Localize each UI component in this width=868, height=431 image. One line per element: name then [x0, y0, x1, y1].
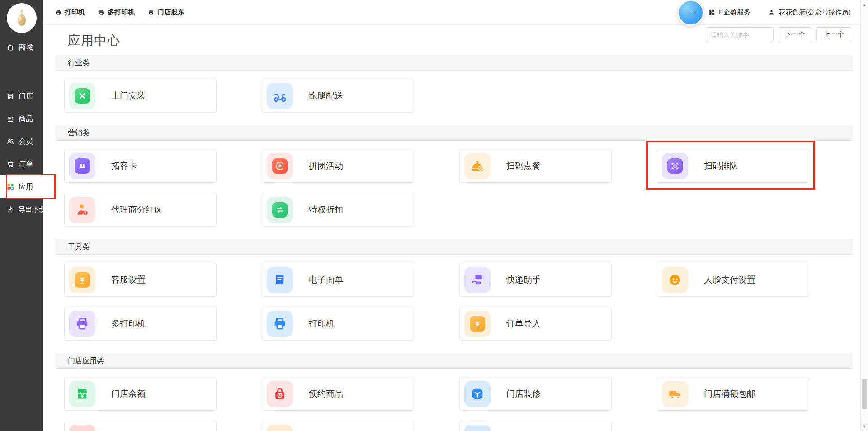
app-card-订单导入[interactable]: ¥订单导入	[459, 307, 612, 341]
app-card-客服设置[interactable]: ¥客服设置	[64, 263, 217, 297]
app-card-跑腿配送[interactable]: 跑腿配送	[262, 79, 414, 113]
app-card-扫码排队[interactable]: 扫码排队	[657, 149, 809, 183]
app-card-拓客卡[interactable]: 拓客卡	[64, 149, 217, 183]
person-badge-icon: ¥	[74, 202, 90, 218]
sidebar-item-label: 订单	[19, 160, 33, 169]
next-button[interactable]: 下一个	[778, 27, 812, 42]
account-label: 花花食府(公众号操作员)	[778, 8, 851, 17]
sidebar-item-home[interactable]: 商城	[0, 38, 43, 57]
app-icon-tile	[464, 425, 491, 431]
app-card-特权折扣[interactable]: 特权折扣	[262, 193, 414, 227]
app-card-门店满额包邮[interactable]: 门店满额包邮	[657, 377, 809, 411]
arrow-square-icon	[275, 161, 285, 171]
app-label: 多打印机	[111, 318, 146, 330]
keyword-search-input[interactable]	[706, 27, 774, 42]
app-icon-glyph	[667, 272, 683, 288]
download-icon	[6, 205, 15, 214]
prev-button[interactable]: 上一个	[816, 27, 851, 42]
app-card-门店余额[interactable]: ¥门店余额	[64, 377, 217, 411]
scooter-icon	[272, 88, 288, 104]
storefront-icon	[6, 92, 15, 101]
app-icon-tile: ¥	[69, 197, 95, 223]
app-icon-box	[75, 158, 90, 174]
svg-text:¥: ¥	[475, 320, 480, 327]
app-card-门店装修[interactable]: 门店装修	[459, 377, 612, 411]
main-content: 应用中心 下一个 上一个 行业类上门安装跑腿配送营销类拓客卡拼团活动扫码点餐扫码…	[43, 25, 860, 431]
app-card-电子面单[interactable]: 电子面单	[262, 263, 414, 297]
storefront-fill-icon: ¥	[74, 386, 90, 402]
sidebar-item-label: 商城	[19, 43, 33, 52]
topbar-link-label: 多打印机	[108, 8, 135, 17]
sidebar-item-商品[interactable]: 商品	[0, 108, 43, 130]
topbar-link-门店股东[interactable]: 门店股东	[147, 8, 184, 17]
service-menu-button[interactable]: E企盈服务	[708, 8, 750, 17]
sidebar-item-门店[interactable]: 门店	[0, 85, 43, 108]
people-card-icon	[77, 161, 87, 171]
section-header-营销类: 营销类	[55, 125, 853, 141]
scrollbar-thumb[interactable]	[862, 379, 867, 409]
app-label: 快递助手	[506, 274, 541, 286]
app-card-上门安装[interactable]: 上门安装	[64, 79, 217, 113]
app-card-partial[interactable]	[459, 421, 612, 431]
scrollbar-up-arrow-icon[interactable]: ▲	[861, 1, 868, 9]
receipt-icon	[272, 272, 288, 288]
app-card-代理商分红tx[interactable]: ¥代理商分红tx	[64, 193, 217, 227]
app-card-partial[interactable]	[64, 421, 217, 431]
app-card-扫码点餐[interactable]: 扫码点餐	[459, 149, 612, 183]
yen-icon: ¥	[77, 275, 87, 285]
sidebar-item-应用[interactable]: 应用	[0, 175, 47, 198]
app-icon-tile	[267, 153, 293, 179]
app-icon-tile	[69, 83, 95, 109]
sidebar-item-导出下载[interactable]: 导出下载	[0, 198, 43, 221]
app-card-多打印机[interactable]: 多打印机	[64, 307, 217, 341]
scrollbar-down-arrow-icon[interactable]: ▼	[861, 422, 868, 430]
page-title: 应用中心	[68, 32, 120, 49]
section-title: 营销类	[68, 129, 90, 137]
app-icon-glyph	[272, 386, 288, 402]
printer-icon	[147, 9, 155, 16]
section-title: 门店应用类	[68, 357, 104, 365]
app-card-人脸支付设置[interactable]: 人脸支付设置	[657, 263, 809, 297]
vertical-scrollbar[interactable]: ▲ ▼	[860, 0, 868, 431]
section-title: 行业类	[68, 59, 90, 66]
clock-widget-button[interactable]: --:--	[678, 0, 704, 26]
app-label: 特权折扣	[309, 204, 343, 216]
app-card-预约商品[interactable]: 预约商品	[262, 377, 414, 411]
app-card-快递助手[interactable]: 快递助手	[459, 263, 612, 297]
app-label: 扫码点餐	[506, 160, 541, 172]
app-icon-tile	[69, 425, 95, 431]
sidebar-item-label: 应用	[19, 182, 33, 192]
app-card-partial[interactable]	[262, 421, 414, 431]
app-card-拼团活动[interactable]: 拼团活动	[262, 149, 414, 183]
sidebar-item-订单[interactable]: 订单	[0, 153, 43, 175]
home-icon	[6, 43, 15, 52]
cloche-icon	[469, 158, 486, 174]
bag-clock-icon	[272, 386, 288, 402]
topbar-link-多打印机[interactable]: 多打印机	[98, 8, 135, 17]
app-icon-tile	[464, 381, 491, 407]
topbar: 打印机多打印机门店股东 --:-- E企盈服务 花花食府(公众号操作员)	[43, 0, 860, 25]
sidebar-item-label: 会员	[19, 137, 33, 147]
swap-icon	[275, 205, 285, 215]
app-label: 跑腿配送	[309, 90, 343, 102]
app-icon-tile: ¥	[69, 267, 95, 293]
app-icon-tile	[267, 267, 293, 293]
app-icon-tile	[662, 381, 688, 407]
sidebar-item-会员[interactable]: 会员	[0, 130, 43, 153]
topbar-link-打印机[interactable]: 打印机	[55, 8, 85, 17]
app-card-打印机[interactable]: 打印机	[262, 307, 414, 341]
account-menu-button[interactable]: 花花食府(公众号操作员)	[768, 8, 851, 17]
app-icon-tile	[69, 153, 95, 179]
clock-text: --:--	[686, 9, 695, 16]
app-icon-tile	[464, 153, 491, 179]
app-label: 门店余额	[111, 388, 146, 400]
app-label: 拼团活动	[309, 160, 343, 172]
app-icon-glyph	[469, 272, 486, 288]
app-icon-glyph	[272, 88, 288, 104]
sidebar-item-label: 门店	[19, 92, 33, 101]
user-icon	[768, 9, 775, 16]
app-icon-tile: ¥	[464, 311, 491, 337]
section-header-行业类: 行业类	[55, 55, 853, 71]
service-label: E企盈服务	[719, 8, 750, 17]
app-icon-tile: ¥	[69, 381, 95, 407]
